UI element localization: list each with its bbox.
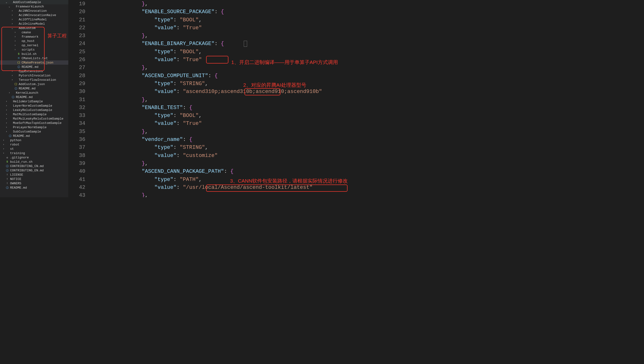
tree-item[interactable]: op_host — [0, 39, 68, 43]
file-explorer[interactable]: AddCustomSampleFrameworkLaunchAclNNInvoc… — [0, 0, 68, 197]
code-line[interactable]: }, — [91, 128, 349, 136]
code-line[interactable]: "type": "BOOL", — [91, 112, 349, 120]
tree-item[interactable]: MatMulCustomSample — [0, 112, 68, 116]
tree-item[interactable]: cmake — [0, 30, 68, 34]
code-line[interactable]: "type": "BOOL", — [91, 48, 349, 56]
code-line[interactable]: }, — [91, 0, 349, 8]
tree-item[interactable]: ⓘREADME.md — [0, 134, 68, 138]
code-line[interactable]: "value": "/usr/local/Ascend/ascend-toolk… — [91, 184, 349, 192]
tree-item[interactable]: ⓘREADME.md — [0, 186, 68, 190]
tree-item[interactable]: op_kernel — [0, 43, 68, 48]
chevron-right-icon[interactable] — [10, 14, 14, 16]
chevron-right-icon[interactable] — [5, 130, 8, 133]
tree-item[interactable]: PreLayerNormSample — [0, 125, 68, 130]
tree-item[interactable]: ⓘREADME.md — [0, 95, 68, 99]
chevron-down-icon[interactable] — [8, 5, 11, 8]
code-line[interactable]: }, — [91, 192, 349, 197]
code-line[interactable]: "value": "ascend310p;ascend310b;ascend91… — [91, 88, 349, 96]
chevron-right-icon[interactable] — [10, 70, 14, 72]
tree-item[interactable]: HelloWorldSample — [0, 99, 68, 104]
tree-item[interactable]: !NOTICE — [0, 177, 68, 181]
tree-item[interactable]: FrameworkLaunch — [0, 4, 68, 9]
chevron-right-icon[interactable] — [10, 18, 14, 21]
chevron-right-icon[interactable] — [14, 40, 17, 42]
code-line[interactable]: "ENABLE_TEST": { — [91, 104, 349, 112]
tree-item[interactable]: st — [0, 147, 68, 151]
tree-item[interactable]: MoeSoftMaxTopkCustomSample — [0, 121, 68, 125]
tree-item[interactable]: !OWNERS — [0, 181, 68, 186]
code-line[interactable]: "value": "True" — [91, 56, 349, 64]
code-line[interactable]: "vendor_name": { — [91, 136, 349, 144]
tree-item[interactable]: scripts — [0, 48, 68, 52]
tree-item[interactable]: SubCustomSample — [0, 130, 68, 134]
code-line[interactable]: "value": "True" — [91, 120, 349, 128]
tree-item[interactable]: MCMakeLists.txt — [0, 56, 68, 60]
chevron-right-icon[interactable] — [8, 92, 11, 94]
tree-item[interactable]: LayerNormCustomSample — [0, 104, 68, 108]
code-line[interactable]: "ASCEND_COMPUTE_UNIT": { — [91, 72, 349, 80]
tree-item[interactable]: training — [0, 151, 68, 155]
tree-item[interactable]: ⓘCONTRIBUTING_CN.md — [0, 164, 68, 168]
tree-item[interactable]: TensorflowInvocation — [0, 78, 68, 82]
chevron-down-icon[interactable] — [5, 1, 8, 4]
tree-item[interactable]: AddCustom — [0, 26, 68, 30]
code-line[interactable]: }, — [91, 160, 349, 168]
chevron-right-icon[interactable] — [2, 143, 5, 146]
tree-item[interactable]: ⓘREADME.md — [0, 86, 68, 90]
tree-item[interactable]: {}CMakePresets.json — [0, 60, 68, 65]
chevron-right-icon[interactable] — [14, 48, 17, 51]
tree-item[interactable]: AclNNInvocationNaive — [0, 13, 68, 17]
chevron-right-icon[interactable] — [5, 122, 8, 124]
tree-item[interactable]: robot — [0, 142, 68, 147]
tree-item[interactable]: AclOnlineModel — [0, 22, 68, 26]
chevron-right-icon[interactable] — [10, 78, 14, 81]
code-editor[interactable]: 1920212223242526272829303132333435363738… — [68, 0, 349, 197]
tree-item[interactable]: KernelLaunch — [0, 90, 68, 95]
code-line[interactable]: "type": "STRING", — [91, 144, 349, 152]
chevron-right-icon[interactable] — [2, 148, 5, 150]
tree-item[interactable]: LeakyReluCustomSample — [0, 108, 68, 112]
chevron-down-icon[interactable] — [10, 26, 14, 30]
tree-item[interactable]: ◇.gitignore — [0, 155, 68, 160]
tree-item[interactable]: AclNNInvocation — [0, 9, 68, 13]
chevron-right-icon[interactable] — [10, 74, 14, 77]
tree-item[interactable]: !LICENSE — [0, 172, 68, 177]
tree-item[interactable]: $build_run.sh — [0, 160, 68, 164]
chevron-right-icon[interactable] — [14, 36, 17, 38]
tree-item[interactable]: framework — [0, 34, 68, 39]
chevron-right-icon[interactable] — [5, 118, 8, 120]
code-line[interactable]: }, — [91, 64, 349, 72]
tree-item[interactable]: $build.sh — [0, 52, 68, 56]
tree-item[interactable]: MatMulLeakyReluCustomSample — [0, 116, 68, 121]
chevron-right-icon[interactable] — [14, 44, 17, 47]
tree-item[interactable]: ⓘCONTRIBUTING_EN.md — [0, 168, 68, 172]
chevron-right-icon[interactable] — [14, 31, 17, 34]
code-line[interactable]: "value": "customize" — [91, 152, 349, 160]
chevron-right-icon[interactable] — [5, 100, 8, 103]
chevron-right-icon[interactable] — [5, 104, 8, 107]
tree-item[interactable]: CppExtensions — [0, 69, 68, 73]
code-line[interactable]: "ASCEND_CANN_PACKAGE_PATH": { — [91, 168, 349, 176]
tree-item[interactable]: AddCustomSample — [0, 0, 68, 4]
code-content[interactable]: }, "ENABLE_SOURCE_PACKAGE": { "type": "B… — [91, 0, 349, 197]
chevron-right-icon[interactable] — [5, 126, 8, 129]
code-line[interactable]: "value": "True" — [91, 24, 349, 32]
code-line[interactable]: "type": "PATH", — [91, 176, 349, 184]
chevron-right-icon[interactable] — [5, 113, 8, 116]
chevron-right-icon[interactable] — [10, 10, 14, 12]
code-line[interactable]: "type": "STRING", — [91, 80, 349, 88]
tree-item[interactable]: ⓘREADME.md — [0, 65, 68, 69]
tree-item[interactable]: python — [0, 138, 68, 142]
code-line[interactable]: "ENABLE_SOURCE_PACKAGE": { — [91, 8, 349, 16]
tree-item[interactable]: {}AddCustom.json — [0, 82, 68, 86]
chevron-right-icon[interactable] — [2, 139, 5, 142]
tree-item[interactable]: PytorchInvocation — [0, 73, 68, 78]
code-line[interactable]: "type": "BOOL", — [91, 16, 349, 24]
chevron-right-icon[interactable] — [10, 22, 14, 25]
code-line[interactable]: }, — [91, 32, 349, 40]
chevron-right-icon[interactable] — [2, 152, 5, 154]
code-line[interactable]: "ENABLE_BINARY_PACKAGE": { — [91, 40, 349, 48]
chevron-right-icon[interactable] — [5, 109, 8, 112]
code-line[interactable]: }, — [91, 96, 349, 104]
tree-item[interactable]: AclOfflineModel — [0, 17, 68, 22]
